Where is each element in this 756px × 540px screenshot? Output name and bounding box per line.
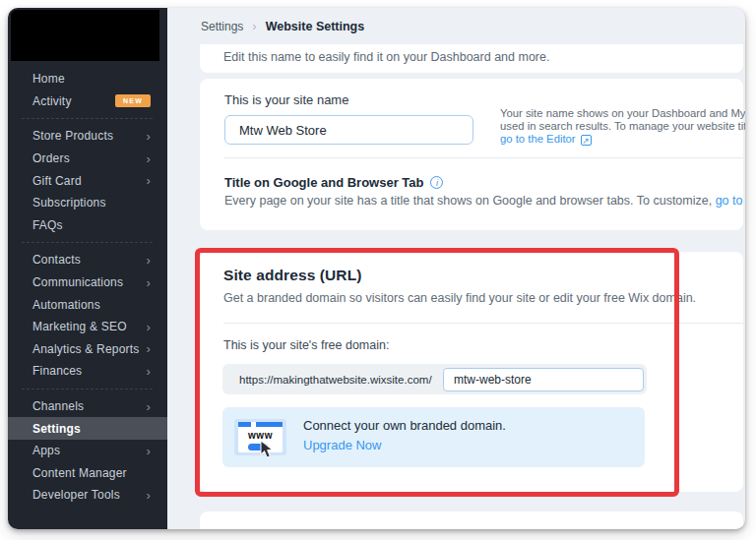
chevron-right-icon: ›	[146, 276, 151, 289]
site-name-input[interactable]	[224, 115, 473, 145]
sidebar-item-marketing-seo[interactable]: Marketing & SEO›	[8, 316, 167, 338]
site-address-heading: Site address (URL)	[223, 267, 361, 284]
sidebar-item-label: Developer Tools	[32, 488, 120, 502]
sidebar-divider	[22, 389, 153, 390]
card-divider	[223, 323, 743, 324]
breadcrumb: Settings › Website Settings	[167, 8, 745, 44]
sidebar-item-activity[interactable]: ActivityNEW	[8, 90, 167, 113]
app-window: HomeActivityNEWStore Products›Orders›Gif…	[8, 8, 745, 529]
sidebar-divider	[22, 118, 153, 119]
site-name-help: Your site name shows on your Dashboard a…	[500, 107, 745, 146]
breadcrumb-settings[interactable]: Settings	[201, 20, 243, 33]
new-badge: NEW	[115, 94, 151, 107]
sidebar-item-developer-tools[interactable]: Developer Tools›	[8, 484, 167, 507]
site-name-label: This is your site name	[224, 92, 348, 107]
sidebar-item-label: Channels	[32, 399, 84, 413]
breadcrumb-separator-icon: ›	[252, 19, 256, 33]
chevron-right-icon: ›	[146, 321, 151, 333]
sidebar-item-label: Gift Card	[32, 174, 82, 188]
chevron-right-icon: ›	[146, 365, 151, 378]
sidebar-item-communications[interactable]: Communications›	[8, 271, 167, 294]
sidebar-item-subscriptions[interactable]: Subscriptions	[8, 192, 167, 214]
chevron-right-icon: ›	[146, 174, 151, 187]
sidebar-item-faqs[interactable]: FAQs	[8, 214, 167, 237]
next-section-card	[200, 511, 743, 529]
main-area: Settings › Website Settings Edit this na…	[167, 8, 745, 529]
sidebar-item-label: Store Products	[32, 129, 113, 143]
site-name-card: This is your site name Your site name sh…	[200, 79, 743, 230]
chevron-right-icon: ›	[146, 254, 151, 267]
site-name-intro-card: Edit this name to easily find it on your…	[200, 44, 743, 73]
sidebar-item-label: Finances	[32, 364, 82, 378]
www-domain-icon: www	[234, 419, 286, 455]
chevron-right-icon: ›	[146, 489, 151, 502]
sidebar-item-label: Marketing & SEO	[32, 320, 127, 333]
sidebar-item-label: Communications	[32, 275, 123, 289]
google-title-heading-row: Title on Google and Browser Tab i	[224, 175, 443, 190]
sidebar-item-label: Analytics & Reports	[32, 342, 140, 356]
sidebar-item-label: Content Manager	[32, 466, 127, 480]
sidebar-item-label: Contacts	[32, 253, 81, 267]
page-title: Website Settings	[266, 20, 364, 33]
sidebar-item-orders[interactable]: Orders›	[8, 148, 167, 170]
free-domain-label: This is your site's free domain:	[223, 338, 389, 352]
sidebar-item-label: FAQs	[32, 218, 63, 232]
sidebar-divider	[22, 242, 153, 243]
external-link-icon: ↗	[581, 135, 592, 146]
settings-scroll-region[interactable]: Edit this name to easily find it on your…	[167, 44, 745, 529]
sidebar-item-label: Activity	[32, 94, 72, 108]
domain-slug-input[interactable]	[443, 368, 644, 391]
google-title-description: Every page on your site has a title that…	[224, 194, 745, 208]
sidebar: HomeActivityNEWStore Products›Orders›Gif…	[8, 8, 167, 529]
domain-prefix-text: https://makingthatwebsite.wixsite.com/	[239, 374, 432, 386]
sidebar-item-home[interactable]: Home	[8, 68, 167, 90]
chevron-right-icon: ›	[146, 152, 151, 165]
cursor-icon	[260, 441, 274, 458]
sidebar-item-automations[interactable]: Automations	[8, 293, 167, 316]
go-to-editor-inline-link[interactable]: go to Editor	[716, 194, 745, 208]
free-domain-bar: https://makingthatwebsite.wixsite.com/	[222, 364, 647, 394]
sidebar-item-content-manager[interactable]: Content Manager	[8, 462, 167, 485]
sidebar-item-store-products[interactable]: Store Products›	[8, 125, 167, 148]
info-icon[interactable]: i	[430, 176, 443, 189]
site-name-help-line1: Your site name shows on your Dashboard a…	[500, 107, 745, 120]
chevron-right-icon: ›	[146, 445, 151, 457]
www-icon-label: www	[238, 430, 283, 441]
sidebar-item-label: Automations	[32, 298, 100, 312]
chevron-right-icon: ›	[146, 130, 151, 143]
google-title-description-text: Every page on your site has a title that…	[224, 194, 716, 208]
chevron-right-icon: ›	[146, 400, 151, 413]
sidebar-nav: HomeActivityNEWStore Products›Orders›Gif…	[8, 61, 167, 507]
upgrade-now-link[interactable]: Upgrade Now	[303, 438, 382, 452]
sidebar-item-contacts[interactable]: Contacts›	[8, 249, 167, 271]
google-title-heading: Title on Google and Browser Tab	[224, 175, 423, 190]
go-to-editor-link[interactable]: go to the Editor	[500, 133, 576, 145]
chevron-right-icon: ›	[146, 342, 151, 355]
sidebar-item-apps[interactable]: Apps›	[8, 440, 167, 462]
sidebar-item-label: Subscriptions	[32, 196, 106, 210]
sidebar-item-label: Settings	[32, 422, 81, 436]
card-divider	[224, 157, 743, 158]
sidebar-item-analytics-reports[interactable]: Analytics & Reports›	[8, 338, 167, 361]
site-address-card: Site address (URL) Get a branded domain …	[200, 252, 743, 492]
site-name-help-line2: used in search results. To manage your w…	[500, 120, 745, 133]
sidebar-item-label: Orders	[32, 151, 70, 165]
upgrade-banner: www Connect your own branded domain. Upg…	[222, 407, 645, 467]
site-name-intro-text: Edit this name to easily find it on your…	[223, 50, 549, 64]
sidebar-item-finances[interactable]: Finances›	[8, 360, 167, 383]
banner-text: Connect your own branded domain.	[303, 418, 506, 433]
site-logo[interactable]	[11, 10, 159, 61]
sidebar-item-label: Home	[32, 72, 65, 86]
site-address-description: Get a branded domain so visitors can eas…	[223, 291, 696, 305]
sidebar-item-channels[interactable]: Channels›	[8, 395, 167, 418]
sidebar-item-gift-card[interactable]: Gift Card›	[8, 169, 167, 192]
sidebar-item-label: Apps	[32, 444, 60, 457]
sidebar-item-settings[interactable]: Settings	[8, 417, 167, 440]
